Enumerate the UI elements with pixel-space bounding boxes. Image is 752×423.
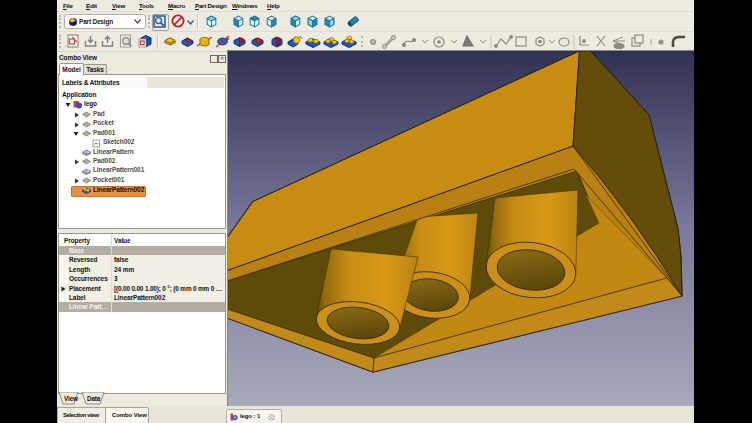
svg-text:View: View [64, 395, 78, 402]
svg-text:Data: Data [87, 395, 101, 402]
